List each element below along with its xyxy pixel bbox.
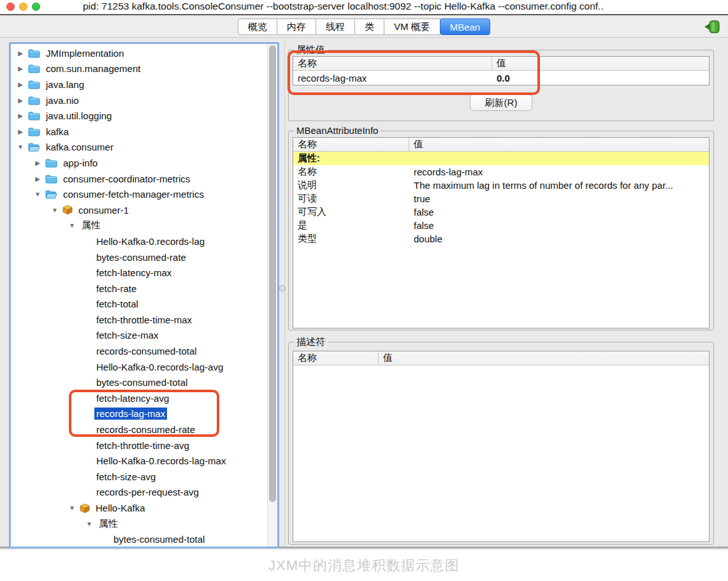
cell-value: The maximum lag in terms of number of re…	[409, 180, 709, 191]
table-row[interactable]: 类型double	[293, 232, 709, 246]
split-divider[interactable]	[284, 41, 285, 546]
collapsed-arrow-icon[interactable]: ▶	[33, 175, 42, 182]
tree-item-java-lang[interactable]: ▶java.lang	[11, 77, 266, 92]
cell-name: records-lag-max	[293, 73, 492, 84]
tree-item-label: consumer-1	[76, 204, 131, 216]
tree-item-label: fetch-latency-avg	[94, 392, 171, 404]
tree-item-fetch-latency-max[interactable]: fetch-latency-max	[11, 265, 266, 281]
tree-scrollbar-thumb[interactable]	[269, 45, 276, 502]
collapsed-arrow-icon[interactable]: ▶	[16, 97, 25, 104]
collapsed-arrow-icon[interactable]: ▶	[33, 159, 42, 166]
table-row-highlighted[interactable]: 属性:	[293, 152, 709, 165]
tab-vm-summary[interactable]: VM 概要	[384, 18, 440, 35]
cell-name: 可写入	[293, 206, 409, 218]
expanded-arrow-icon[interactable]: ▼	[33, 191, 42, 198]
tree-item-consumer-1[interactable]: ▼consumer-1	[11, 202, 266, 218]
collapsed-arrow-icon[interactable]: ▶	[16, 81, 25, 88]
tree-item-kafka[interactable]: ▶kafka	[11, 124, 266, 140]
tree-item-records-lag-max[interactable]: records-lag-max	[11, 406, 266, 422]
tree-item-bytes-consumed-total[interactable]: bytes-consumed-total	[11, 374, 266, 390]
tab-threads[interactable]: 线程	[316, 18, 355, 35]
tree-item-label: Hello-Kafka-0.records-lag	[94, 235, 207, 247]
table-row[interactable]: 是false	[293, 219, 709, 232]
tree-item-label: records-per-request-avg	[94, 486, 201, 498]
tree-item-app-info[interactable]: ▶app-info	[11, 155, 266, 171]
collapsed-arrow-icon[interactable]: ▶	[16, 112, 25, 119]
tree-item-java-nio[interactable]: ▶java.nio	[11, 92, 266, 108]
tree-item-com-sun-management[interactable]: ▶com.sun.management	[11, 61, 266, 77]
tree-item-records-consumed-total[interactable]: records-consumed-total	[11, 343, 266, 359]
collapsed-arrow-icon[interactable]: ▶	[16, 50, 25, 57]
tree-item-fetch-throttle-time-avg[interactable]: fetch-throttle-time-avg	[11, 438, 266, 453]
tree-item-fetch-latency-avg[interactable]: fetch-latency-avg	[11, 390, 266, 406]
collapsed-arrow-icon[interactable]: ▶	[16, 128, 25, 135]
cell-value: 0.0	[492, 73, 709, 84]
tree-item-jmimplementation[interactable]: ▶JMImplementation	[11, 45, 266, 61]
tree-item-consumer-coordinator-metrics[interactable]: ▶consumer-coordinator-metrics	[11, 171, 266, 187]
tab-classes[interactable]: 类	[355, 18, 384, 35]
cell-value: false	[409, 220, 709, 231]
table-row[interactable]: 名称records-lag-max	[293, 165, 709, 179]
minimize-button[interactable]	[19, 3, 27, 11]
tree-item-fetch-size-avg[interactable]: fetch-size-avg	[11, 469, 266, 485]
splitter-handle[interactable]	[279, 285, 286, 291]
tree-item-fetch-throttle-time-max[interactable]: fetch-throttle-time-max	[11, 312, 266, 328]
column-header-value[interactable]: 值	[409, 138, 709, 151]
tree-item-hello-kafka-0-records-lag[interactable]: Hello-Kafka-0.records-lag	[11, 233, 266, 249]
tree-item-records-consumed-rate[interactable]: records-consumed-rate	[11, 422, 266, 438]
column-header-value[interactable]: 值	[379, 351, 709, 365]
tree-scrollbar[interactable]	[267, 44, 277, 547]
tab-overview[interactable]: 概览	[238, 18, 277, 35]
tree-item-fetch-rate[interactable]: fetch-rate	[11, 281, 266, 297]
tree-item-consumer-fetch-manager-metrics[interactable]: ▼consumer-fetch-manager-metrics	[11, 186, 266, 202]
column-header-value[interactable]: 值	[492, 57, 709, 70]
tree-item-label: com.sun.management	[44, 63, 142, 75]
tree-item-label: kafka	[44, 126, 71, 138]
close-button[interactable]	[6, 3, 15, 11]
collapsed-arrow-icon[interactable]: ▶	[16, 65, 25, 72]
tree-item-label: Hello-Kafka-0.records-lag-avg	[94, 361, 225, 373]
tree-item-label: bytes-consumed-total	[112, 533, 207, 545]
tree-item-label: bytes-consumed-rate	[94, 251, 188, 263]
titlebar: pid: 71253 kafka.tools.ConsoleConsumer -…	[0, 0, 728, 14]
table-row[interactable]: 说明The maximum lag in terms of number of …	[293, 179, 709, 192]
tree-item-fetch-total[interactable]: fetch-total	[11, 297, 266, 313]
expanded-arrow-icon[interactable]: ▼	[68, 504, 76, 511]
tree-item-records-per-request-avg[interactable]: records-per-request-avg	[11, 485, 266, 501]
mbean-tree-panel[interactable]: ▶JMImplementation▶com.sun.management▶jav…	[9, 42, 279, 548]
tab-mbeans[interactable]: MBean	[440, 18, 491, 35]
tree-item-hello-kafka-0-records-lag-avg[interactable]: Hello-Kafka-0.records-lag-avg	[11, 359, 266, 375]
column-header-name[interactable]: 名称	[293, 138, 409, 151]
column-header-name[interactable]: 名称	[293, 57, 492, 70]
tree-item-java-util-logging[interactable]: ▶java.util.logging	[11, 108, 266, 124]
tree-item-attributes-consumer-1[interactable]: ▼属性	[11, 218, 266, 234]
tree-item-bytes-consumed-total-topic[interactable]: bytes-consumed-total	[11, 531, 266, 547]
cell-name: 说明	[293, 179, 409, 191]
expanded-arrow-icon[interactable]: ▼	[50, 207, 59, 214]
tree-item-fetch-size-max[interactable]: fetch-size-max	[11, 328, 266, 344]
table-header: 名称值	[293, 138, 709, 152]
tree-item-label: records-lag-max	[94, 408, 167, 420]
tab-memory[interactable]: 内存	[277, 18, 316, 35]
folder-icon	[28, 96, 40, 105]
connection-plug-icon	[703, 19, 722, 34]
maximize-button[interactable]	[32, 3, 40, 11]
tree-item-bytes-consumed-rate[interactable]: bytes-consumed-rate	[11, 249, 266, 265]
folder-icon	[28, 111, 40, 121]
tree-item-label: kafka.consumer	[44, 141, 115, 153]
table-row[interactable]: 可读true	[293, 192, 709, 205]
table-row[interactable]: 可写入false	[293, 205, 709, 219]
expanded-arrow-icon[interactable]: ▼	[85, 520, 94, 527]
folder-icon	[28, 127, 40, 136]
mbean-attribute-info-group: MBeanAttributeInfo 名称值属性:名称records-lag-m…	[288, 131, 714, 330]
tree-item-hello-kafka[interactable]: ▼Hello-Kafka	[11, 500, 266, 516]
column-header-name[interactable]: 名称	[293, 351, 379, 365]
tree-item-attributes-hello-kafka[interactable]: ▼属性	[11, 516, 266, 532]
attribute-values-group: 属性值 名称值records-lag-max0.0 刷新(R)	[288, 50, 714, 121]
table-row[interactable]: records-lag-max0.0	[293, 71, 709, 85]
tree-item-kafka-consumer[interactable]: ▼kafka.consumer	[11, 140, 266, 156]
expanded-arrow-icon[interactable]: ▼	[16, 143, 25, 151]
tree-item-hello-kafka-0-records-lag-max[interactable]: Hello-Kafka-0.records-lag-max	[11, 453, 266, 469]
expanded-arrow-icon[interactable]: ▼	[68, 222, 76, 229]
refresh-button[interactable]: 刷新(R)	[470, 94, 532, 111]
